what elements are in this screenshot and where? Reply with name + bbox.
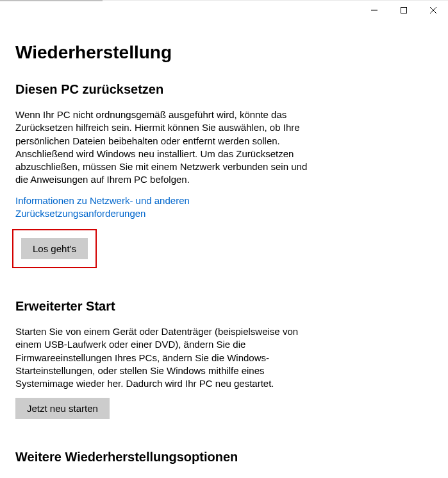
get-started-button[interactable]: Los geht's [21, 238, 88, 259]
window-titlebar [0, 0, 448, 19]
advanced-description: Starten Sie von einem Gerät oder Datentr… [15, 325, 317, 390]
maximize-button[interactable] [389, 1, 419, 20]
minimize-button[interactable] [360, 1, 389, 20]
reset-heading: Diesen PC zurücksetzen [15, 82, 433, 97]
svg-rect-1 [401, 7, 407, 13]
reset-description: Wenn Ihr PC nicht ordnungsgemäß ausgefüh… [15, 108, 317, 187]
advanced-startup-section: Erweiterter Start Starten Sie von einem … [15, 299, 433, 419]
close-button[interactable] [419, 1, 448, 20]
restart-now-button[interactable]: Jetzt neu starten [15, 398, 110, 419]
page-title: Wiederherstellung [15, 42, 433, 63]
highlight-annotation: Los geht's [12, 229, 97, 268]
advanced-heading: Erweiterter Start [15, 299, 433, 314]
more-heading: Weitere Wiederherstellungsoptionen [15, 450, 433, 465]
content-area: Wiederherstellung Diesen PC zurücksetzen… [0, 19, 448, 478]
more-recovery-section: Weitere Wiederherstellungsoptionen Erfah… [15, 450, 433, 478]
reset-pc-section: Diesen PC zurücksetzen Wenn Ihr PC nicht… [15, 82, 433, 268]
titlebar-accent [0, 0, 103, 1]
reset-requirements-link[interactable]: Informationen zu Netzwerk- und anderen Z… [15, 194, 317, 221]
